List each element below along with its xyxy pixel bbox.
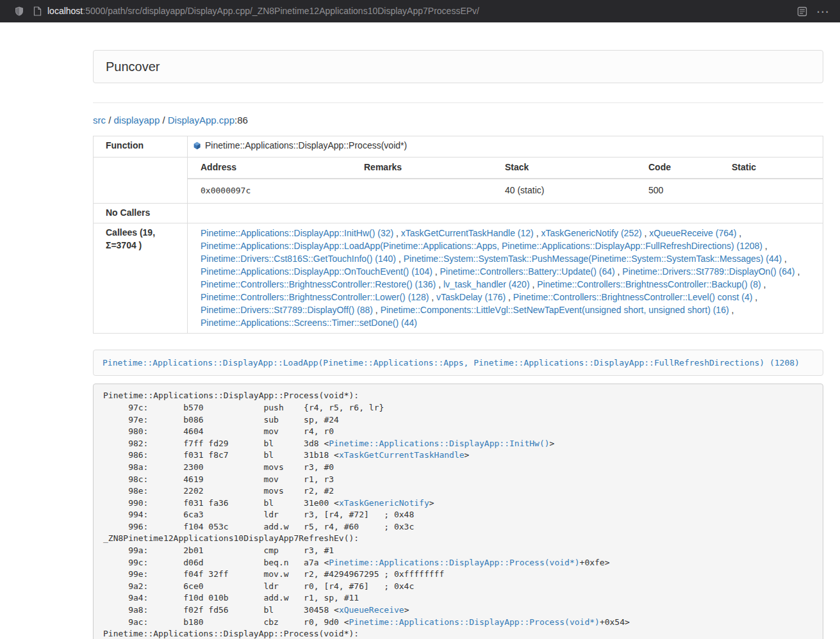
callee-link[interactable]: Pinetime::Controllers::BrightnessControl… [201,292,429,302]
code-symbol-link[interactable]: xTaskGetCurrentTaskHandle [339,450,465,460]
url-host: localhost [47,5,83,18]
callee-link[interactable]: Pinetime::Applications::Screens::Timer::… [201,318,417,328]
callee-link[interactable]: Pinetime::Applications::DisplayApp::Init… [201,228,393,238]
app-title: Puncover [106,58,160,76]
column-header-remarks: Remarks [351,158,492,179]
callee-link[interactable]: xTaskGetCurrentTaskHandle (12) [401,228,534,238]
divider [93,102,823,103]
function-row: Function Pinetime::Applications::Display… [94,136,823,158]
callee-link[interactable]: Pinetime::Applications::DisplayApp::Load… [201,241,762,251]
breadcrumb-link[interactable]: src [93,115,106,125]
callee-link[interactable]: Pinetime::Controllers::BrightnessControl… [513,292,752,302]
column-header-code: Code [636,158,719,179]
callees-row: Callees (19, Σ=3704 ) Pinetime::Applicat… [94,223,823,334]
breadcrumb: src / displayapp / DisplayApp.cpp:86 [93,113,823,127]
breadcrumb-line-number: :86 [235,115,248,125]
callee-link[interactable]: Pinetime::Drivers::Cst816S::GetTouchInfo… [201,254,396,264]
code-symbol-link[interactable]: Pinetime::Applications::DisplayApp::Proc… [329,558,579,567]
code-symbol-link[interactable]: Pinetime::Applications::DisplayApp::Init… [329,439,549,448]
url-path: :5000/path/src/displayapp/DisplayApp.cpp… [83,5,479,18]
no-callers-cell [188,204,823,223]
callee-link[interactable]: vTaskDelay (176) [436,292,506,302]
function-details-table: AddressRemarksStackCodeStatic 0x0000097c… [188,158,823,203]
callee-link[interactable]: Pinetime::Drivers::St7789::DisplayOn() (… [622,266,795,277]
code-symbol-link[interactable]: xQueueReceive [339,605,404,615]
function-table: Function Pinetime::Applications::Display… [93,136,823,334]
code-symbol-link[interactable]: Pinetime::Applications::DisplayApp::Proc… [349,617,600,627]
remarks-value [351,179,492,203]
function-name-cell: Pinetime::Applications::DisplayApp::Proc… [188,136,823,158]
callee-link[interactable]: Pinetime::Controllers::Battery::Update()… [440,266,615,277]
page-icon[interactable] [33,6,42,16]
function-label: Function [94,136,188,158]
address-value: 0x0000097c [188,179,351,203]
column-header-static: Static [719,158,823,179]
callee-link[interactable]: Pinetime::Controllers::BrightnessControl… [201,279,436,289]
details-header-row: AddressRemarksStackCodeStatic [188,158,823,179]
callees-label: Callees (19, Σ=3704 ) [94,223,188,334]
column-header-stack: Stack [492,158,636,179]
breadcrumb-separator: / [160,115,168,125]
main-content: Puncover src / displayapp / DisplayApp.c… [93,50,823,639]
callee-link[interactable]: Pinetime::Drivers::St7789::DisplayOff() … [201,305,373,315]
callee-link[interactable]: xTaskGenericNotify (252) [541,228,641,238]
shield-icon[interactable] [14,6,24,17]
code-symbol-link[interactable]: xTaskGenericNotify [339,498,429,508]
function-name: Pinetime::Applications::DisplayApp::Proc… [205,140,407,150]
callee-link[interactable]: xQueueReceive (764) [649,228,736,238]
details-row: AddressRemarksStackCodeStatic 0x0000097c… [94,158,823,204]
callee-link[interactable]: Pinetime::Components::LittleVgl::SetNewT… [381,305,729,315]
browser-toolbar: localhost:5000/path/src/displayapp/Displ… [0,0,840,22]
code-value: 500 [636,179,719,203]
disassembly-block: Pinetime::Applications::DisplayApp::Proc… [93,384,823,639]
no-callers-label: No Callers [94,204,188,223]
stack-value: 40 (static) [492,179,636,203]
overflow-menu-icon[interactable]: ⋯ [816,5,830,18]
no-callers-row: No Callers [94,204,823,223]
callee-link[interactable]: Pinetime::Controllers::BrightnessControl… [537,279,761,289]
function-type-icon [193,141,201,154]
app-title-panel: Puncover [93,50,823,83]
highlighted-symbol-link[interactable]: Pinetime::Applications::DisplayApp::Load… [103,358,800,368]
static-value [719,179,823,203]
url-bar[interactable]: localhost:5000/path/src/displayapp/Displ… [33,5,797,18]
highlighted-symbol-box: Pinetime::Applications::DisplayApp::Load… [93,350,823,376]
column-header-address: Address [188,158,351,179]
callee-link[interactable]: Pinetime::System::SystemTask::PushMessag… [404,254,782,264]
callees-list: Pinetime::Applications::DisplayApp::Init… [188,223,823,334]
callee-link[interactable]: Pinetime::Applications::DisplayApp::OnTo… [201,266,432,277]
callee-link[interactable]: lv_task_handler (420) [443,279,530,289]
details-value-row: 0x0000097c 40 (static) 500 [188,179,823,203]
breadcrumb-link[interactable]: DisplayApp.cpp [168,115,235,125]
details-row-spacer [94,158,188,204]
breadcrumb-link[interactable]: displayapp [114,115,160,125]
reader-view-icon[interactable] [797,6,807,17]
details-cell: AddressRemarksStackCodeStatic 0x0000097c… [188,158,823,204]
breadcrumb-separator: / [106,115,114,125]
